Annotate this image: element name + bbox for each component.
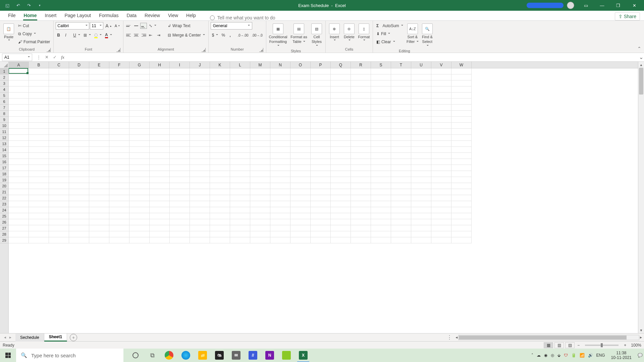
cell-Q26[interactable]	[331, 219, 351, 225]
tab-home[interactable]: Home	[20, 10, 41, 20]
cell-A8[interactable]	[9, 111, 29, 117]
cell-Q5[interactable]	[331, 93, 351, 99]
cell-E11[interactable]	[89, 129, 109, 135]
cell-Q6[interactable]	[331, 99, 351, 105]
cell-R1[interactable]	[351, 68, 371, 74]
cell-I29[interactable]	[170, 237, 190, 243]
cell-N26[interactable]	[270, 219, 290, 225]
cell-E23[interactable]	[89, 201, 109, 207]
row-header-26[interactable]: 26	[0, 219, 8, 225]
cell-F16[interactable]	[109, 159, 129, 165]
cell-S29[interactable]	[371, 237, 391, 243]
cell-W14[interactable]	[451, 147, 472, 153]
cell-O21[interactable]	[290, 189, 311, 195]
name-box[interactable]: A1	[2, 54, 32, 61]
cell-O23[interactable]	[290, 201, 311, 207]
row-header-17[interactable]: 17	[0, 165, 8, 171]
cell-P14[interactable]	[311, 147, 331, 153]
cell-C29[interactable]	[49, 237, 69, 243]
cell-B29[interactable]	[29, 237, 49, 243]
borders-button[interactable]: ⊞	[82, 32, 92, 39]
cell-F1[interactable]	[109, 68, 129, 74]
col-header-G[interactable]: G	[129, 62, 150, 68]
cell-T4[interactable]	[391, 86, 411, 93]
cell-H20[interactable]	[150, 183, 170, 189]
cell-L21[interactable]	[230, 189, 250, 195]
cell-S22[interactable]	[371, 195, 391, 201]
cell-A22[interactable]	[9, 195, 29, 201]
cell-I4[interactable]	[170, 86, 190, 93]
row-header-23[interactable]: 23	[0, 201, 8, 207]
store-icon[interactable]: 🛍	[211, 349, 227, 362]
cell-V13[interactable]	[431, 141, 451, 147]
cell-O26[interactable]	[290, 219, 311, 225]
row-header-15[interactable]: 15	[0, 153, 8, 159]
cell-H26[interactable]	[150, 219, 170, 225]
cell-A5[interactable]	[9, 93, 29, 99]
cell-G29[interactable]	[129, 237, 150, 243]
cell-E21[interactable]	[89, 189, 109, 195]
cell-K6[interactable]	[210, 99, 230, 105]
cell-K29[interactable]	[210, 237, 230, 243]
scroll-left[interactable]: ◄	[455, 335, 458, 341]
cell-H2[interactable]	[150, 74, 170, 80]
cell-C27[interactable]	[49, 225, 69, 231]
cell-F9[interactable]	[109, 117, 129, 123]
cell-C28[interactable]	[49, 231, 69, 237]
cell-H3[interactable]	[150, 80, 170, 86]
cell-M10[interactable]	[250, 123, 270, 129]
cell-Q27[interactable]	[331, 225, 351, 231]
font-name-select[interactable]: Calibri	[56, 22, 89, 29]
start-button[interactable]	[0, 349, 16, 362]
cell-M8[interactable]	[250, 111, 270, 117]
minimize-button[interactable]: —	[594, 0, 610, 11]
cell-A26[interactable]	[9, 219, 29, 225]
cell-D6[interactable]	[69, 99, 89, 105]
cell-B13[interactable]	[29, 141, 49, 147]
cell-D15[interactable]	[69, 153, 89, 159]
cell-W6[interactable]	[451, 99, 472, 105]
cell-B17[interactable]	[29, 165, 49, 171]
cell-K24[interactable]	[210, 207, 230, 213]
cell-G4[interactable]	[129, 86, 150, 93]
cell-B2[interactable]	[29, 74, 49, 80]
cell-T12[interactable]	[391, 135, 411, 141]
cell-J6[interactable]	[190, 99, 210, 105]
cell-S8[interactable]	[371, 111, 391, 117]
volume-icon[interactable]: 🔊	[588, 353, 593, 358]
cell-S21[interactable]	[371, 189, 391, 195]
cell-P28[interactable]	[311, 231, 331, 237]
cell-P12[interactable]	[311, 135, 331, 141]
cell-T10[interactable]	[391, 123, 411, 129]
cell-B26[interactable]	[29, 219, 49, 225]
cell-C26[interactable]	[49, 219, 69, 225]
cell-V3[interactable]	[431, 80, 451, 86]
font-color-button[interactable]: A	[104, 32, 113, 39]
cell-D2[interactable]	[69, 74, 89, 80]
cell-V5[interactable]	[431, 93, 451, 99]
cell-B25[interactable]	[29, 213, 49, 219]
insert-function[interactable]: fx	[59, 54, 66, 61]
cell-H9[interactable]	[150, 117, 170, 123]
cut-button[interactable]: ✄Cut	[17, 22, 51, 29]
cell-H16[interactable]	[150, 159, 170, 165]
cell-N22[interactable]	[270, 195, 290, 201]
cell-F29[interactable]	[109, 237, 129, 243]
cell-K16[interactable]	[210, 159, 230, 165]
cell-R18[interactable]	[351, 171, 371, 177]
col-header-L[interactable]: L	[230, 62, 250, 68]
cell-K2[interactable]	[210, 74, 230, 80]
cell-O12[interactable]	[290, 135, 311, 141]
cell-E4[interactable]	[89, 86, 109, 93]
cell-V26[interactable]	[431, 219, 451, 225]
cell-D18[interactable]	[69, 171, 89, 177]
cell-P20[interactable]	[311, 183, 331, 189]
cell-I9[interactable]	[170, 117, 190, 123]
cell-V1[interactable]	[431, 68, 451, 74]
cell-V16[interactable]	[431, 159, 451, 165]
cell-D17[interactable]	[69, 165, 89, 171]
mail-icon[interactable]: ✉	[228, 349, 244, 362]
cell-Q12[interactable]	[331, 135, 351, 141]
clear-button[interactable]: ◧Clear	[375, 38, 405, 46]
cell-K27[interactable]	[210, 225, 230, 231]
